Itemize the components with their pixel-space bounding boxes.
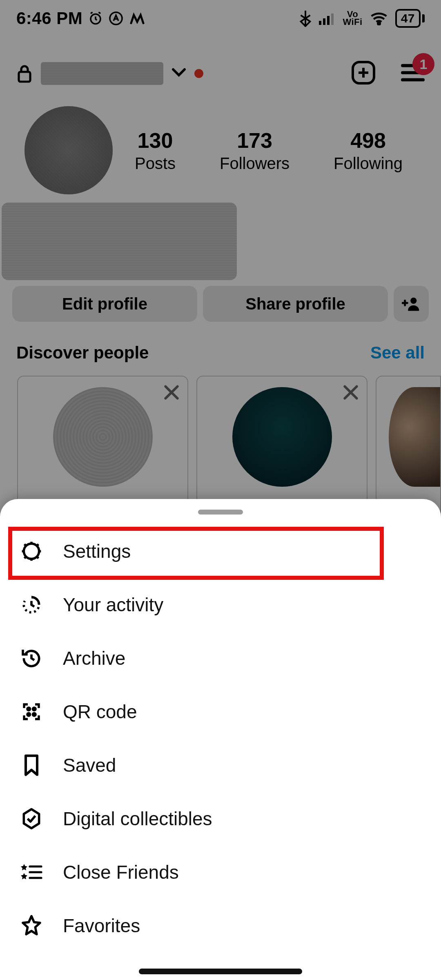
menu-item-activity[interactable]: Your activity <box>0 578 441 631</box>
menu-label: Digital collectibles <box>63 808 212 830</box>
sheet-grabber[interactable] <box>198 510 243 514</box>
menu-label: Favorites <box>63 915 140 937</box>
menu-label: Your activity <box>63 594 163 616</box>
hexagon-check-icon <box>20 807 43 830</box>
gear-icon <box>20 540 43 563</box>
home-indicator[interactable] <box>139 969 302 974</box>
menu-list: Settings Your activity Archive QR code <box>0 524 441 952</box>
menu-label: Settings <box>63 540 131 562</box>
activity-icon <box>20 593 43 616</box>
menu-item-settings[interactable]: Settings <box>0 524 441 578</box>
menu-item-archive[interactable]: Archive <box>0 631 441 685</box>
svg-point-12 <box>33 707 36 710</box>
menu-label: Saved <box>63 754 116 776</box>
menu-item-favorites[interactable]: Favorites <box>0 899 441 952</box>
bookmark-icon <box>20 754 43 777</box>
svg-point-11 <box>27 707 30 710</box>
menu-label: Archive <box>63 647 125 669</box>
star-list-icon <box>20 862 43 882</box>
menu-item-saved[interactable]: Saved <box>0 738 441 792</box>
star-icon <box>20 914 43 937</box>
menu-item-qr[interactable]: QR code <box>0 685 441 738</box>
menu-label: Close Friends <box>63 861 179 883</box>
menu-bottom-sheet: Settings Your activity Archive QR code <box>0 499 441 980</box>
qr-icon <box>20 701 43 723</box>
svg-point-14 <box>33 713 36 716</box>
menu-label: QR code <box>63 701 137 723</box>
svg-point-13 <box>27 713 30 716</box>
menu-item-close-friends[interactable]: Close Friends <box>0 845 441 899</box>
screen: 6:46 PM Vo WiFi <box>0 0 441 980</box>
archive-icon <box>20 647 43 670</box>
menu-item-digital-collectibles[interactable]: Digital collectibles <box>0 792 441 845</box>
